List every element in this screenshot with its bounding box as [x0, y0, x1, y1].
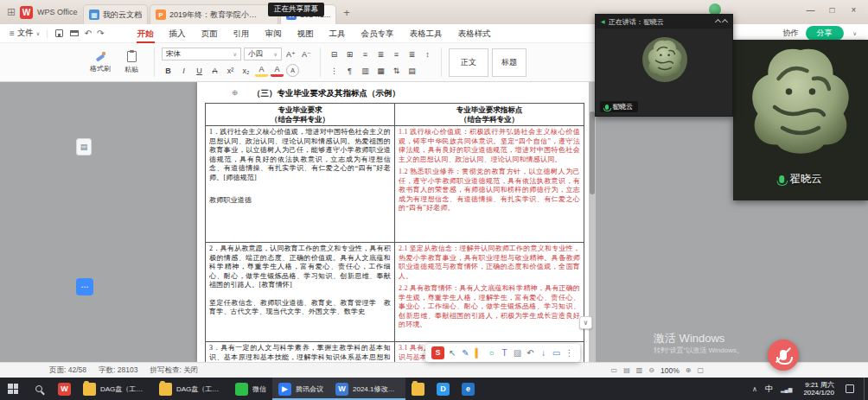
app-grid-icon[interactable]: ⊞: [7, 7, 16, 17]
collab-button[interactable]: 协作: [783, 28, 799, 39]
ribbon-tab[interactable]: 会员专享: [354, 24, 402, 43]
align-center-icon[interactable]: ≣: [374, 48, 387, 60]
start-button[interactable]: [0, 378, 26, 400]
taskbar-wps[interactable]: W: [52, 378, 77, 400]
outline-view-icon[interactable]: ▤: [623, 366, 630, 374]
pen-icon[interactable]: ✎: [461, 346, 470, 359]
close-button[interactable]: ×: [843, 0, 865, 19]
zoom-out-button[interactable]: ⊖: [648, 366, 654, 374]
ribbon-tab[interactable]: 页面: [194, 24, 226, 43]
redo-icon[interactable]: ↷: [97, 29, 104, 38]
chevron-down-icon[interactable]: ∨: [853, 31, 857, 36]
tab-cloud-docs[interactable]: ▦ 我的云文档: [83, 4, 148, 24]
text-icon[interactable]: T: [500, 346, 509, 359]
number-list-icon[interactable]: ¶: [343, 64, 356, 77]
underline-button[interactable]: U: [193, 64, 206, 77]
scrollbar-thumb[interactable]: [590, 111, 595, 194]
ribbon-tab[interactable]: 工具: [322, 24, 354, 43]
highlight-color-button[interactable]: A: [255, 64, 268, 77]
tab-presentation-doc[interactable]: P 2019年终：教育学院小数觉先进师 ×: [150, 4, 278, 24]
ribbon-tab[interactable]: 引用: [226, 24, 258, 43]
taskbar-dingtalk[interactable]: D: [431, 378, 456, 400]
char-shading-button[interactable]: A: [286, 64, 299, 77]
ribbon-tab[interactable]: 插入: [162, 24, 194, 43]
save-icon[interactable]: ↓: [539, 346, 548, 359]
zoom-level[interactable]: 100%: [661, 366, 680, 375]
ime-indicator[interactable]: 中: [765, 384, 773, 395]
undo-icon[interactable]: ↶: [85, 29, 92, 38]
shading-icon[interactable]: ▥: [359, 64, 372, 77]
style-body[interactable]: 正文: [449, 48, 488, 77]
outdent-icon[interactable]: ⊟: [328, 48, 341, 60]
hamburger-icon[interactable]: ≡: [10, 29, 15, 38]
strikethrough-button[interactable]: A: [208, 64, 221, 77]
line-spacing-icon[interactable]: ↕: [421, 48, 434, 60]
taskbar-browser[interactable]: e: [456, 378, 481, 400]
bold-button[interactable]: B: [162, 64, 175, 77]
align-left-icon[interactable]: ≡: [359, 48, 372, 60]
fullscreen-icon[interactable]: ▢: [697, 366, 704, 374]
doc-navigation-button[interactable]: ▤: [76, 138, 92, 156]
file-menu[interactable]: 文件: [17, 28, 34, 39]
network-icon[interactable]: ▂▄▆: [781, 386, 792, 392]
undo-icon[interactable]: ↶: [526, 346, 535, 359]
taskbar-wechat[interactable]: 微信: [229, 378, 272, 400]
table-move-handle[interactable]: ⊕: [232, 88, 239, 97]
paste-button[interactable]: 粘贴: [116, 51, 147, 74]
taskbar-search-button[interactable]: [26, 378, 52, 400]
ribbon-tab[interactable]: 审阅: [258, 24, 290, 43]
zoom-in-button[interactable]: ⊕: [686, 366, 692, 374]
show-desktop-button[interactable]: [864, 378, 868, 400]
taskbar-folder-2[interactable]: DAG盘（工作...: [153, 378, 229, 400]
action-center-icon[interactable]: [846, 384, 854, 393]
share-button[interactable]: 分享: [806, 26, 844, 41]
web-view-icon[interactable]: ▥: [636, 366, 643, 374]
sort-icon[interactable]: ⇅: [390, 64, 403, 77]
next-page-button[interactable]: ∨: [579, 316, 592, 329]
document-page[interactable]: ⊕ （三）专业毕业要求及其指标点（示例） 专业毕业要求 （结合学科专业） 专业毕…: [197, 82, 589, 362]
meeting-panel[interactable]: ◀ 正在讲话：翟晓云 翟晓云: [595, 14, 733, 117]
font-name-select[interactable]: 宋体∨: [162, 48, 241, 60]
taskbar-clock[interactable]: 9:21 周六 2024/1/20: [800, 381, 838, 397]
meeting-video-window[interactable]: 翟晓云: [733, 40, 868, 200]
muted-mic-button[interactable]: [768, 340, 799, 371]
ribbon-tab[interactable]: 开始: [130, 24, 162, 43]
style-heading[interactable]: 标题: [492, 48, 527, 77]
maximize-button[interactable]: □: [821, 0, 843, 19]
taskbar-folder-3[interactable]: [405, 378, 431, 400]
indent-icon[interactable]: ⊞: [343, 48, 356, 60]
border-icon[interactable]: ▦: [374, 64, 387, 77]
show-marks-icon[interactable]: ▤: [405, 64, 418, 77]
more-icon[interactable]: ⋮: [565, 346, 574, 359]
tray-expand-icon[interactable]: ∧: [752, 385, 757, 393]
spellcheck-status[interactable]: 拼写检查: 关闭: [150, 365, 198, 376]
ribbon-tab[interactable]: 表格工具: [402, 24, 450, 43]
minimize-button[interactable]: —: [800, 0, 821, 19]
subscript-button[interactable]: x₂: [239, 64, 252, 77]
print-icon[interactable]: [70, 30, 79, 36]
annot-logo[interactable]: S: [431, 346, 444, 359]
page-view-icon[interactable]: ▭: [611, 366, 618, 374]
word-count[interactable]: 字数: 28103: [99, 365, 137, 376]
highlighter-icon[interactable]: ▍: [474, 346, 483, 359]
superscript-button[interactable]: x²: [224, 64, 237, 77]
grow-font-button[interactable]: A⁺: [284, 48, 297, 60]
shape-icon[interactable]: ○: [487, 346, 496, 359]
format-painter-button[interactable]: 格式刷: [85, 51, 116, 73]
font-size-select[interactable]: 小四∨: [244, 48, 282, 60]
assistant-chat-button[interactable]: ⋯: [76, 278, 93, 295]
cursor-icon[interactable]: ↖: [448, 346, 457, 359]
screen-icon[interactable]: ▭: [552, 346, 561, 359]
ribbon-tab[interactable]: 视图: [290, 24, 322, 43]
new-tab-button[interactable]: +: [343, 6, 350, 19]
eraser-icon[interactable]: ▨: [513, 346, 522, 359]
taskbar-folder-1[interactable]: DAG盘（工作...: [77, 378, 153, 400]
taskbar-doc[interactable]: W 2024.1修改（...: [329, 378, 405, 400]
taskbar-meeting[interactable]: ▶ 腾讯会议: [272, 378, 329, 400]
font-color-button[interactable]: A: [271, 64, 284, 77]
italic-button[interactable]: I: [177, 64, 190, 77]
justify-icon[interactable]: ≣: [405, 48, 418, 60]
shrink-font-button[interactable]: A⁻: [300, 48, 313, 60]
bullet-list-icon[interactable]: ⋮: [328, 64, 341, 77]
collapse-icons[interactable]: [716, 20, 727, 24]
